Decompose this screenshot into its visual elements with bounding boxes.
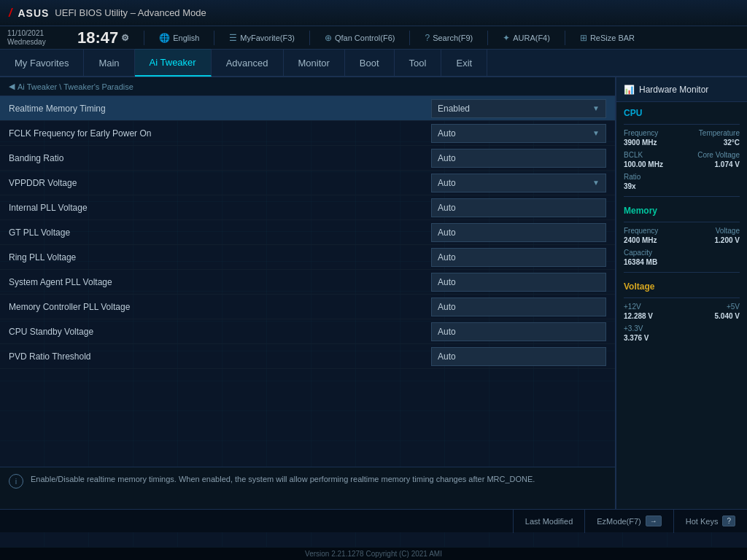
volt-12v-val-row: 12.288 V 5.040 V (616, 312, 747, 323)
realtime-memory-dropdown[interactable]: Enabled ▼ (431, 99, 606, 118)
internal-pll-value: Auto (438, 203, 456, 213)
volt-12v-value: 12.288 V (624, 312, 653, 320)
setting-row-sys-agent[interactable]: System Agent PLL Voltage Auto (0, 270, 615, 295)
nav-bar: My Favorites Main Ai Tweaker Advanced Mo… (0, 50, 747, 77)
mem-freq-row: Frequency Voltage (616, 225, 747, 236)
cpu-temp-value: 32°C (724, 139, 740, 147)
setting-row-pvd-ratio[interactable]: PVD Ratio Threshold Auto (0, 344, 615, 369)
nav-tool-label: Tool (409, 58, 427, 69)
hw-monitor-header: 📊 Hardware Monitor (616, 77, 747, 102)
nav-item-favorites[interactable]: My Favorites (0, 49, 84, 77)
setting-value-ring-pll[interactable]: Auto (431, 248, 606, 267)
qfan-tool[interactable]: ⊕ Qfan Control(F6) (325, 33, 395, 43)
setting-label-banding: Banding Ratio (9, 153, 431, 163)
mem-freq-value: 2400 MHz (624, 236, 657, 244)
setting-row-gt-pll[interactable]: GT PLL Voltage Auto (0, 220, 615, 245)
section-divider-1 (624, 196, 740, 197)
setting-row-internal-pll[interactable]: Internal PLL Voltage Auto (0, 195, 615, 220)
nav-item-exit[interactable]: Exit (441, 49, 487, 77)
volt-33v-row: +3.3V (616, 323, 747, 334)
vppddr-dropdown[interactable]: Auto ▼ (431, 174, 606, 192)
setting-label-pvd-ratio: PVD Ratio Threshold (9, 351, 431, 362)
setting-value-gt-pll[interactable]: Auto (431, 223, 606, 242)
divider4 (409, 31, 410, 45)
internal-pll-textbox[interactable]: Auto (431, 198, 606, 217)
nav-item-boot[interactable]: Boot (345, 49, 395, 77)
mem-volt-value: 1.200 V (715, 236, 740, 244)
cpu-freq-row: Frequency Temperature (616, 128, 747, 139)
setting-value-realtime-memory[interactable]: Enabled ▼ (431, 99, 606, 118)
settings-gear-icon[interactable]: ⚙ (121, 33, 129, 43)
resizebar-tool[interactable]: ⊞ ReSize BAR (580, 33, 635, 43)
setting-value-vppddr[interactable]: Auto ▼ (431, 174, 606, 192)
aura-label: AURA(F4) (513, 34, 550, 42)
setting-row-fclk[interactable]: FCLK Frequency for Early Power On Auto ▼ (0, 121, 615, 146)
pvd-ratio-textbox[interactable]: Auto (431, 347, 606, 366)
language-tool[interactable]: 🌐 English (159, 33, 199, 43)
cpu-corev-value: 1.074 V (715, 160, 740, 168)
ez-mode-button[interactable]: EzMode(F7) → (584, 510, 673, 533)
info-text: Enable/Disable realtime memory timings. … (31, 473, 535, 486)
setting-value-pvd-ratio[interactable]: Auto (431, 347, 606, 366)
bios-title: UEFI BIOS Utility – Advanced Mode (55, 7, 206, 18)
cpu-corev-label: Core Voltage (697, 151, 740, 159)
sys-agent-textbox[interactable]: Auto (431, 273, 606, 292)
search-icon: ? (425, 33, 430, 43)
voltage-section-title: Voltage (616, 276, 747, 295)
header-bar: / ASUS UEFI BIOS Utility – Advanced Mode (0, 0, 747, 26)
setting-value-internal-pll[interactable]: Auto (431, 198, 606, 217)
ring-pll-textbox[interactable]: Auto (431, 248, 606, 267)
nav-item-tool[interactable]: Tool (395, 49, 442, 77)
search-tool[interactable]: ? Search(F9) (425, 33, 473, 43)
dropdown-arrow-4: ▼ (592, 179, 600, 187)
setting-row-vppddr[interactable]: VPPDDR Voltage Auto ▼ (0, 171, 615, 195)
nav-exit-label: Exit (456, 58, 472, 69)
aura-icon: ✦ (503, 33, 510, 43)
setting-row-cpu-standby[interactable]: CPU Standby Voltage Auto (0, 319, 615, 344)
clock-display: 18:47 ⚙ (77, 28, 129, 47)
nav-item-monitor[interactable]: Monitor (284, 49, 345, 77)
nav-item-aitweaker[interactable]: Ai Tweaker (135, 49, 212, 77)
qfan-label: Qfan Control(F6) (335, 34, 395, 42)
cpu-freq-value: 3900 MHz (624, 139, 657, 147)
cpu-bclk-label: BCLK (624, 151, 643, 159)
nav-item-main[interactable]: Main (84, 49, 134, 77)
ez-mode-arrow-icon: → (646, 516, 662, 526)
logo-area: / ASUS (9, 7, 49, 20)
hw-monitor-title: Hardware Monitor (639, 85, 708, 95)
setting-value-banding[interactable]: Auto (431, 149, 606, 168)
time-text: 18:47 (77, 28, 118, 47)
cpu-bclk-val-row: 100.00 MHz 1.074 V (616, 160, 747, 171)
gt-pll-textbox[interactable]: Auto (431, 223, 606, 242)
qfan-icon: ⊕ (325, 33, 332, 43)
setting-value-cpu-standby[interactable]: Auto (431, 322, 606, 341)
setting-label-mem-ctrl: Memory Controller PLL Voltage (9, 302, 431, 312)
nav-item-advanced[interactable]: Advanced (212, 49, 284, 77)
divider5 (487, 31, 488, 45)
banding-textbox[interactable]: Auto (431, 149, 606, 168)
mem-cap-value: 16384 MB (624, 258, 657, 266)
mem-ctrl-textbox[interactable]: Auto (431, 298, 606, 316)
aura-tool[interactable]: ✦ AURA(F4) (503, 33, 550, 43)
last-modified-button[interactable]: Last Modified (513, 510, 584, 533)
cpu-standby-textbox[interactable]: Auto (431, 322, 606, 341)
setting-row-banding[interactable]: Banding Ratio Auto (0, 146, 615, 171)
breadcrumb-text: Ai Tweaker \ Tweaker's Paradise (18, 82, 133, 91)
volt-33v-label: +3.3V (624, 324, 643, 332)
hot-keys-button[interactable]: Hot Keys ? (673, 510, 747, 533)
fclk-dropdown[interactable]: Auto ▼ (431, 124, 606, 143)
setting-value-fclk[interactable]: Auto ▼ (431, 124, 606, 143)
myfavorite-tool[interactable]: ☰ MyFavorite(F3) (229, 33, 295, 43)
divider2 (214, 31, 214, 45)
setting-label-vppddr: VPPDDR Voltage (9, 178, 431, 188)
hardware-monitor-panel: 📊 Hardware Monitor CPU Frequency Tempera… (616, 77, 747, 509)
setting-value-mem-ctrl[interactable]: Auto (431, 298, 606, 316)
setting-row-mem-ctrl[interactable]: Memory Controller PLL Voltage Auto (0, 295, 615, 319)
mem-freq-label: Frequency (624, 227, 658, 235)
settings-list: Realtime Memory Timing Enabled ▼ FCLK Fr… (0, 96, 615, 467)
main-content: ◀ Ai Tweaker \ Tweaker's Paradise Realti… (0, 77, 747, 509)
setting-value-sys-agent[interactable]: Auto (431, 273, 606, 292)
setting-label-realtime-memory: Realtime Memory Timing (9, 104, 431, 114)
setting-row-ring-pll[interactable]: Ring PLL Voltage Auto (0, 245, 615, 270)
setting-row-realtime-memory[interactable]: Realtime Memory Timing Enabled ▼ (0, 96, 615, 121)
